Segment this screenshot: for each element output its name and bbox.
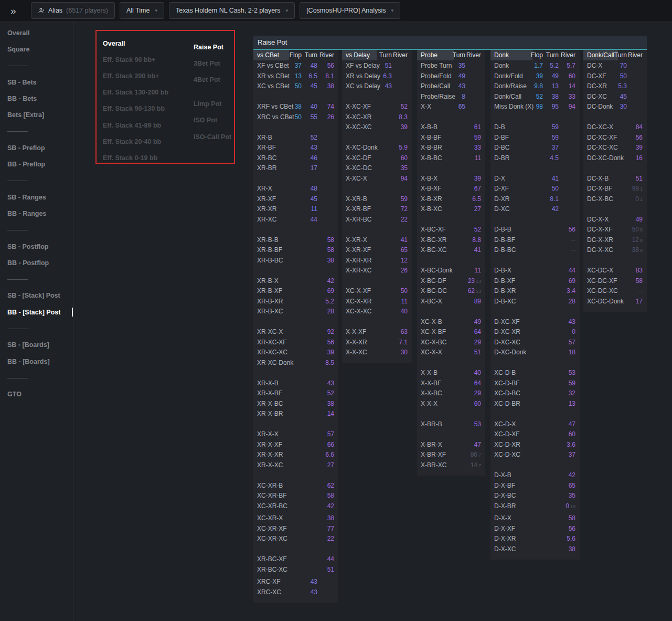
stat-row-xc-dc-xc[interactable]: XC-DC-XC-- [583,286,647,297]
menu-item-eff-stack-41-89-bb[interactable]: Eff. Stack 41-89 bb [97,117,176,133]
stat-row-dc-x[interactable]: DC-X70 [583,61,647,71]
stat-row-x-bc-xr[interactable]: X-BC-XR8.8 [417,235,485,246]
stat-row-d-bf[interactable]: D-BF59 [490,133,580,143]
menu-item-eff-stack-200-bb[interactable]: Eff. Stack 200 bb+ [97,68,176,84]
stat-row-xr-x-b[interactable]: XR-X-B43 [253,378,338,389]
stat-row-xc-x-xr[interactable]: XC-X-XR11 [342,297,412,307]
stat-row-probe-call[interactable]: Probe/Call43 [417,81,485,92]
sidebar-item-sb-stack-post[interactable]: SB - [Stack] Post [0,288,73,304]
stat-row-donk-raise[interactable]: Donk/Raise9.81314 [490,81,580,92]
stat-row-xc-d-bf[interactable]: XC-D-BF59 [490,378,580,389]
stat-row-d-b-bf[interactable]: D-B-BF-- [490,235,580,246]
stat-row-x-xc-df[interactable]: X-XC-DF60 [342,153,412,164]
stat-row-xr-b[interactable]: XR-B52 [253,133,338,143]
stat-row-xr-x-xc[interactable]: XR-X-XC27 [253,460,338,471]
stat-row-xr-xc[interactable]: XR-XC44 [253,215,338,225]
stat-row-d-x-x[interactable]: D-X-X58 [490,513,580,524]
stat-row-donk-fold[interactable]: Donk/Fold394960 [490,71,580,82]
stat-row-x-br-b[interactable]: X-BR-B53 [417,419,485,430]
menu-item-iso-pot[interactable]: ISO Pot [176,112,234,129]
stat-row-x-xc-dc[interactable]: X-XC-DC35 [342,163,412,174]
stat-row-x-x-xf[interactable]: X-X-XF63 [342,327,412,338]
menu-item-eff-stack-90-bb[interactable]: Eff. Stack 90 bb+ [97,51,176,68]
stat-row-d-xc-xr[interactable]: D-XC-XR0 [490,327,580,338]
stat-row-x-b-xr[interactable]: X-B-XR6.5 [417,194,485,205]
stat-row-xr-b-bc[interactable]: XR-B-BC38 [253,256,338,266]
stat-row-d-b-xc[interactable]: D-B-XC28 [490,297,580,307]
stat-row-xr-xc-x[interactable]: XR-XC-X92 [253,327,338,338]
stat-row-x-bc-x[interactable]: X-BC-X89 [417,297,485,307]
stat-row-probe-fold[interactable]: Probe/Fold49 [417,71,485,82]
stat-row-d-b[interactable]: D-B59 [490,122,580,133]
stat-row-x-xc-xc[interactable]: X-XC-XC39 [342,122,412,133]
menu-item-iso-call-pot[interactable]: ISO-Call Pot [176,129,234,145]
stat-row-d-xr[interactable]: D-XR8.1 [490,194,580,205]
stat-row-xf-vs-delay[interactable]: XF vs Delay51 [342,61,412,71]
stat-row-x-bc-dc[interactable]: X-BC-DC6213 [417,286,485,297]
collapse-sidebar-icon[interactable]: » [10,6,22,16]
stat-row-xc-x-xc[interactable]: XC-X-XC40 [342,307,412,317]
stat-row-xc-vs-cbet[interactable]: XC vs CBet504538 [253,81,338,92]
stat-row-dc-xc-donk[interactable]: DC-XC-Donk16 [583,153,647,164]
sidebar-item-bb-ranges[interactable]: BB - Ranges [0,205,73,222]
stat-row-miss-donk-x[interactable]: Miss Donk (X)989594 [490,102,580,112]
menu-item-overall[interactable]: Overall [97,35,176,51]
stat-row-x-br-xc[interactable]: X-BR-XC147 [417,460,485,471]
sidebar-item-square[interactable]: Square [0,41,73,57]
stat-row-xc-xr-b[interactable]: XC-XR-B62 [253,481,338,491]
sidebar-item-sb-postflop[interactable]: SB - Postflop [0,238,73,255]
stat-row-dc-x-bc[interactable]: DC-X-BC01 [583,194,647,205]
stat-row-xr-x-bc[interactable]: XR-X-BC38 [253,399,338,409]
stat-row-xc-x-bc[interactable]: XC-X-BC29 [417,338,485,348]
stat-row-x-x-bc[interactable]: X-X-BC29 [417,388,485,399]
stat-row-dc-xc-xc[interactable]: DC-XC-XC39 [583,143,647,153]
stat-row-x-xc-x[interactable]: X-XC-X94 [342,174,412,184]
stat-row-x-b-xf[interactable]: X-B-XF67 [417,184,485,194]
stat-row-xr-x-br[interactable]: XR-X-BR14 [253,409,338,419]
stat-row-d-x[interactable]: D-X41 [490,174,580,184]
stat-row-x-xr-bf[interactable]: X-XR-BF72 [342,204,412,215]
stat-row-x-bc-xf[interactable]: X-BC-XF52 [417,225,485,235]
stat-row-xrc-vs-cbet[interactable]: XRC vs CBet505526 [253,112,338,123]
stat-row-x-xr-x[interactable]: X-XR-X41 [342,235,412,246]
stat-row-x-bc-donk[interactable]: X-BC-Donk11 [417,266,485,276]
stat-row-xc-d-bc[interactable]: XC-D-BC32 [490,388,580,399]
stat-row-xc-xr-bc[interactable]: XC-XR-BC42 [253,501,338,512]
sidebar-item-sb-ranges[interactable]: SB - Ranges [0,189,73,205]
stat-row-donk-call[interactable]: Donk/Call523833 [490,92,580,102]
stat-row-d-xf[interactable]: D-XF50 [490,184,580,194]
stat-row-xc-d-xf[interactable]: XC-D-XF60 [490,429,580,440]
stat-row-xr-b-bf[interactable]: XR-B-BF58 [253,245,338,256]
stat-row-d-b-bc[interactable]: D-B-BC-- [490,245,580,256]
time-filter-dropdown[interactable]: All Time ▾ [120,2,164,19]
menu-item-limp-pot[interactable]: Limp Pot [176,96,234,112]
stat-row-d-x-xc[interactable]: D-X-XC38 [490,544,580,555]
stat-row-d-b-xr[interactable]: D-B-XR3.4 [490,286,580,297]
stat-row-x-bc-xc[interactable]: X-BC-XC41 [417,245,485,256]
sidebar-item-sb-preflop[interactable]: SB - Preflop [0,140,73,156]
stat-row-dc-xc-x[interactable]: DC-XC-X84 [583,122,647,133]
stat-row-xc-xr-xf[interactable]: XC-XR-XF77 [253,524,338,534]
stat-row-d-x-br[interactable]: D-X-BR010 [490,501,580,512]
sidebar-item-gto[interactable]: GTO [0,386,73,403]
stat-row-xr-x-x[interactable]: XR-X-X57 [253,429,338,440]
stat-row-x-bc-df[interactable]: X-BC-DF2313 [417,276,485,287]
stat-row-xr-b-x[interactable]: XR-B-X42 [253,276,338,287]
stat-row-xr-x[interactable]: XR-X48 [253,184,338,194]
stat-row-x-xr-bc[interactable]: X-XR-BC22 [342,215,412,225]
stat-row-xc-d-xr[interactable]: XC-D-XR3.6 [490,440,580,450]
stat-row-xrc-xc[interactable]: XRC-XC43 [253,587,338,598]
stat-row-xc-dc-x[interactable]: XC-DC-X83 [583,266,647,276]
stat-row-x-x-xr[interactable]: X-X-XR7.1 [342,338,412,348]
stat-row-dc-donk[interactable]: DC-Donk30 [583,102,647,112]
stat-row-dc-x-xf[interactable]: DC-X-XF508 [583,225,647,235]
stat-row-xrf-vs-cbet[interactable]: XRF vs CBet384074 [253,102,338,112]
stat-row-x-x-xc[interactable]: X-X-XC30 [342,348,412,358]
stat-row-xr-vs-delay[interactable]: XR vs Delay6.3 [342,71,412,82]
stat-row-xr-br[interactable]: XR-BR17 [253,163,338,174]
stat-row-dc-x-bf[interactable]: DC-X-BF991 [583,184,647,194]
stat-row-x-x-bf[interactable]: X-X-BF64 [417,378,485,389]
stat-row-dc-xc-xf[interactable]: DC-XC-XF56 [583,133,647,143]
stat-row-xr-xc-donk[interactable]: XR-XC-Donk8.5 [253,358,338,369]
stat-row-x-x-x[interactable]: X-X-X60 [417,399,485,409]
